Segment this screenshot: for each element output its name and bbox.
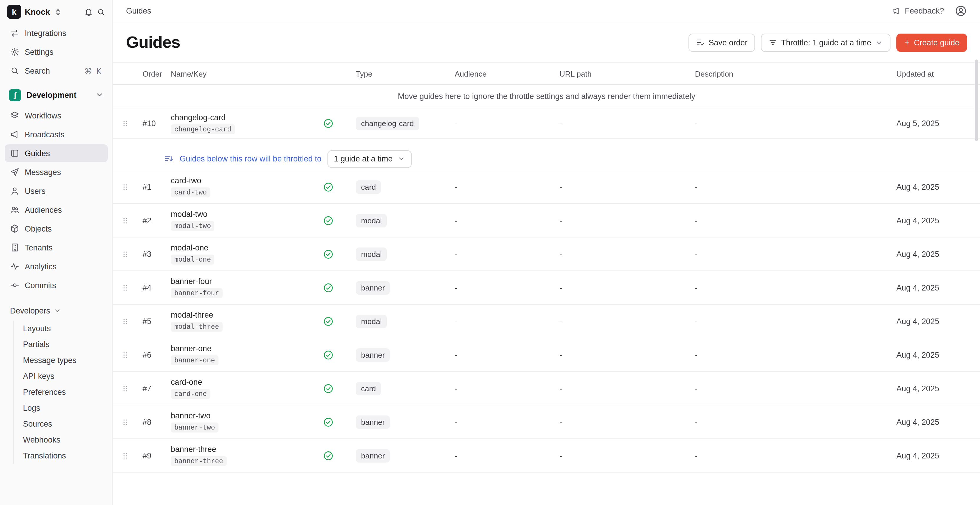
settings-icon	[10, 47, 19, 57]
sidebar-item-api-keys[interactable]: API keys	[14, 368, 108, 384]
main-content: Guides Feedback? Guides Save order	[113, 0, 980, 505]
breadcrumb: Guides	[126, 6, 151, 15]
sidebar-item-broadcasts[interactable]: Broadcasts	[5, 126, 108, 143]
drag-handle[interactable]	[113, 417, 137, 427]
guide-url-path: -	[560, 283, 695, 292]
workspace-header: k Knock	[0, 0, 113, 24]
guide-url-path: -	[560, 350, 695, 359]
page-header: Guides Save order Throttle: 1 guide at a…	[113, 22, 980, 62]
sidebar-item-audiences[interactable]: Audiences	[5, 201, 108, 218]
sidebar-item-translations[interactable]: Translations	[14, 448, 108, 464]
chevron-down-icon	[397, 155, 405, 162]
avatar[interactable]	[955, 5, 967, 17]
page-title: Guides	[126, 33, 180, 52]
check-circle-icon	[323, 282, 334, 293]
sidebar-item-analytics[interactable]: Analytics	[5, 258, 108, 275]
app-window: k Knock Integrations Settings Search ⌘ K	[0, 0, 980, 505]
guide-updated-at: Aug 4, 2025	[892, 250, 980, 258]
sidebar-item-guides[interactable]: Guides	[5, 144, 108, 162]
drag-handle[interactable]	[113, 118, 137, 129]
guide-key: banner-three	[171, 456, 227, 466]
save-order-button[interactable]: Save order	[689, 33, 755, 51]
messages-icon	[10, 167, 19, 177]
table-row[interactable]: #3 modal-onemodal-one modal - - - Aug 4,…	[113, 237, 980, 271]
guide-audience: -	[455, 451, 560, 460]
drag-handle-icon	[121, 316, 129, 326]
table-row[interactable]: #1 card-twocard-two card - - - Aug 4, 20…	[113, 170, 980, 204]
sidebar-item-settings[interactable]: Settings	[5, 43, 108, 61]
environment-switcher[interactable]: ʃ Development	[5, 85, 108, 105]
sidebar-item-commits[interactable]: Commits	[5, 276, 108, 294]
table-row[interactable]: #6 banner-onebanner-one banner - - - Aug…	[113, 338, 980, 372]
guide-key: banner-one	[171, 355, 218, 365]
drag-handle[interactable]	[113, 316, 137, 326]
sidebar-item-objects[interactable]: Objects	[5, 220, 108, 237]
sidebar-item-sources[interactable]: Sources	[14, 416, 108, 432]
guide-order: #5	[137, 317, 171, 326]
throttle-divider: Guides below this row will be throttled …	[113, 148, 980, 170]
table-row[interactable]: #8 banner-twobanner-two banner - - - Aug…	[113, 405, 980, 439]
search-icon[interactable]	[97, 7, 105, 16]
drag-handle[interactable]	[113, 451, 137, 460]
sidebar-item-tenants[interactable]: Tenants	[5, 239, 108, 256]
sidebar-item-webhooks[interactable]: Webhooks	[14, 432, 108, 448]
table-row[interactable]: #10 changelog-card changelog-card change…	[113, 108, 980, 139]
guide-order: #6	[137, 350, 171, 359]
audiences-icon	[10, 205, 19, 215]
drag-handle[interactable]	[113, 182, 137, 192]
table-row[interactable]: #7 card-onecard-one card - - - Aug 4, 20…	[113, 372, 980, 405]
integrations-icon	[10, 28, 19, 38]
check-circle-icon	[323, 416, 334, 427]
drag-handle[interactable]	[113, 282, 137, 293]
guide-description: -	[695, 216, 892, 225]
workflows-icon	[10, 111, 19, 120]
guide-audience: -	[455, 250, 560, 258]
feedback-icon	[892, 6, 900, 15]
drag-handle-icon	[121, 249, 129, 259]
scrollbar-thumb[interactable]	[975, 59, 978, 141]
sidebar-item-partials[interactable]: Partials	[14, 336, 108, 352]
drag-handle[interactable]	[113, 350, 137, 360]
guide-name: card-one	[171, 378, 202, 387]
sidebar-item-logs[interactable]: Logs	[14, 400, 108, 416]
throttle-divider-link[interactable]: Guides below this row will be throttled …	[180, 155, 321, 163]
column-header-updated-at: Updated at	[892, 69, 980, 78]
guide-order: #4	[137, 283, 171, 292]
sidebar-item-preferences[interactable]: Preferences	[14, 384, 108, 400]
commits-icon	[10, 280, 19, 290]
sidebar-item-messages[interactable]: Messages	[5, 163, 108, 181]
guide-key: card-one	[171, 389, 210, 399]
drag-handle-icon	[121, 118, 129, 129]
workspace-switcher-icon[interactable]	[54, 7, 62, 16]
sidebar-item-message-types[interactable]: Message types	[14, 352, 108, 368]
sidebar-item-label: Workflows	[25, 111, 61, 120]
drag-handle[interactable]	[113, 249, 137, 259]
sidebar-item-workflows[interactable]: Workflows	[5, 107, 108, 124]
feedback-button[interactable]: Feedback?	[892, 6, 944, 15]
table-row[interactable]: #4 banner-fourbanner-four banner - - - A…	[113, 271, 980, 305]
table-row[interactable]: #5 modal-threemodal-three modal - - - Au…	[113, 305, 980, 338]
sidebar-item-integrations[interactable]: Integrations	[5, 24, 108, 42]
drag-handle-icon	[121, 383, 129, 393]
environment-icon: ʃ	[9, 89, 21, 101]
sidebar: k Knock Integrations Settings Search ⌘ K	[0, 0, 113, 505]
drag-handle[interactable]	[113, 383, 137, 393]
sidebar-item-label: Objects	[25, 224, 52, 233]
bell-icon[interactable]	[84, 7, 93, 16]
drag-handle[interactable]	[113, 215, 137, 225]
sidebar-item-search[interactable]: Search ⌘ K	[5, 62, 108, 80]
developers-section-toggle[interactable]: Developers	[5, 303, 108, 318]
guide-updated-at: Aug 4, 2025	[892, 182, 980, 191]
create-guide-button[interactable]: + Create guide	[897, 33, 967, 51]
table-row[interactable]: #9 banner-threebanner-three banner - - -…	[113, 439, 980, 473]
guide-updated-at: Aug 4, 2025	[892, 384, 980, 393]
throttle-dropdown-button[interactable]: Throttle: 1 guide at a time	[761, 33, 891, 51]
sidebar-item-users[interactable]: Users	[5, 182, 108, 200]
type-badge: banner	[356, 415, 390, 429]
sidebar-item-layouts[interactable]: Layouts	[14, 320, 108, 336]
unthrottled-drop-hint: Move guides here to ignore the throttle …	[113, 85, 980, 108]
table-row[interactable]: #2 modal-twomodal-two modal - - - Aug 4,…	[113, 204, 980, 237]
throttle-amount-select[interactable]: 1 guide at a time	[328, 150, 412, 168]
type-badge: changelog-card	[356, 117, 419, 130]
column-header-order: Order	[137, 69, 171, 78]
